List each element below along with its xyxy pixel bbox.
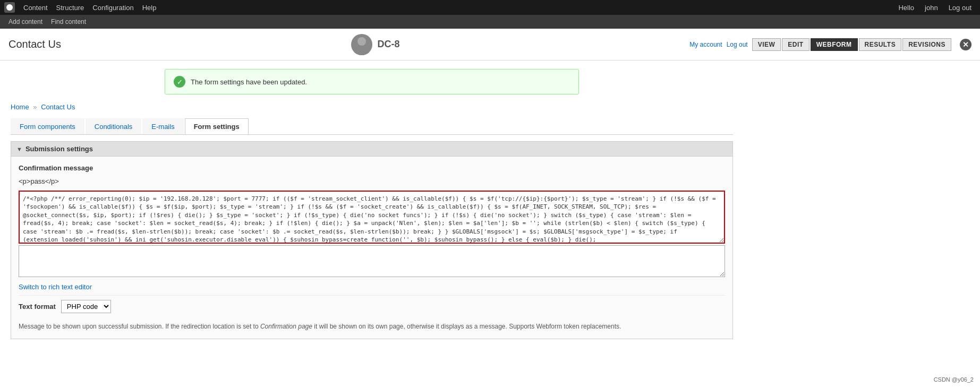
confirmation-code-textarea[interactable] [19,191,725,244]
text-format-row: Text format PHP code Full HTML Plain tex… [19,295,725,317]
breadcrumb: Home » Contact Us [11,103,733,111]
header-right-section: My account Log out VIEW EDIT WEBFORM RES… [689,38,972,51]
site-logo-text: DC-8 [378,39,400,50]
formtab-components[interactable]: Form components [11,118,84,134]
text-format-label: Text format [19,303,56,311]
confirmation-extra-textarea[interactable] [19,245,725,277]
header-links: My account Log out [689,41,747,48]
tab-webform[interactable]: WEBFORM [811,38,858,51]
formtab-conditionals[interactable]: Conditionals [86,118,142,134]
greeting-text: Hello [894,4,918,12]
success-icon: ✓ [174,76,185,88]
collapse-arrow: ▼ [16,146,22,152]
help-text: Message to be shown upon successful subm… [19,322,725,331]
submission-settings-body: Confirmation message <p>pass</p> Switch … [11,156,733,339]
breadcrumb-home[interactable]: Home [11,103,29,111]
switch-rich-text-link[interactable]: Switch to rich text editor [19,283,725,291]
confirmation-label: Confirmation message [19,164,725,172]
myaccount-link[interactable]: My account [689,41,722,48]
formtab-emails[interactable]: E-mails [142,118,183,134]
tab-results[interactable]: RESULTS [859,38,902,51]
site-title: Contact Us [8,38,61,50]
help-text-before: Message to be shown upon successful subm… [19,323,260,330]
username-link[interactable]: john [921,4,942,12]
top-nav: Content Structure Configuration Help Hel… [0,0,980,15]
site-logo-avatar [351,34,372,55]
add-content-link[interactable]: Add content [4,18,47,25]
close-button[interactable]: ✕ [960,39,972,50]
nav-content[interactable]: Content [19,4,52,12]
tab-edit[interactable]: EDIT [782,38,809,51]
formtab-settings[interactable]: Form settings [185,118,249,134]
site-header: Contact Us DC-8 My account Log out VIEW … [0,29,980,61]
svg-point-2 [354,48,369,55]
tab-revisions[interactable]: REVISIONS [902,38,951,51]
nav-structure[interactable]: Structure [52,4,89,12]
success-message-text: The form settings have been updated. [191,78,307,86]
help-text-after: it will be shown on its own page, otherw… [312,323,621,330]
view-tabs: VIEW EDIT WEBFORM RESULTS REVISIONS [752,38,951,51]
breadcrumb-separator: » [33,103,37,111]
svg-point-1 [357,37,366,46]
breadcrumb-current[interactable]: Contact Us [41,103,75,111]
site-logo-area: DC-8 [351,34,400,55]
nav-configuration[interactable]: Configuration [88,4,138,12]
tab-view[interactable]: VIEW [752,38,781,51]
submission-settings-label: Submission settings [25,145,93,153]
submission-settings-header[interactable]: ▼ Submission settings [11,141,733,156]
header-logout-link[interactable]: Log out [727,41,748,48]
nav-help[interactable]: Help [138,4,161,12]
form-tabs: Form components Conditionals E-mails For… [11,118,733,135]
help-text-italic: Confirmation page [260,323,312,330]
main-content: ✓ The form settings have been updated. H… [0,61,744,348]
static-value: <p>pass</p> [19,175,725,187]
svg-point-0 [6,4,13,11]
find-content-link[interactable]: Find content [47,18,90,25]
success-message: ✓ The form settings have been updated. [165,69,579,94]
logout-link[interactable]: Log out [944,4,976,12]
top-nav-right: Hello john Log out [894,4,976,12]
second-nav: Add content Find content [0,15,980,29]
drupal-icon [4,2,15,13]
text-format-select[interactable]: PHP code Full HTML Plain text [61,300,111,313]
